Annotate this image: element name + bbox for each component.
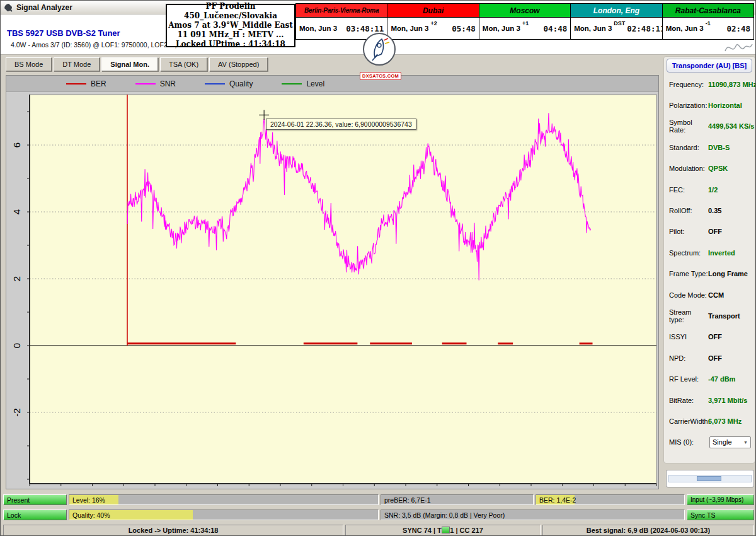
transponder-value: 0.35 bbox=[708, 207, 721, 214]
clock-offset: DST bbox=[614, 20, 625, 26]
clock-time: 02:48:11 bbox=[627, 24, 665, 33]
tab-tsa-ok[interactable]: TSA (OK) bbox=[160, 57, 207, 71]
transponder-label: Spectrum: bbox=[669, 249, 708, 257]
logo-text: DXSATCS.COM bbox=[360, 72, 401, 80]
transponder-value: Horizontal bbox=[708, 102, 742, 109]
site-line-2: Amos 7 at 3.9°W_Middle East bbox=[168, 21, 293, 30]
status-led bbox=[442, 527, 450, 533]
transponder-row-npd: NPD:OFF bbox=[664, 347, 755, 368]
clock-offset: -1 bbox=[706, 20, 711, 26]
clock-time: 04:48 bbox=[544, 24, 568, 33]
chevron-down-icon: ▼ bbox=[743, 440, 748, 445]
transponder-row-polarization: Polarization:Horizontal bbox=[664, 95, 755, 115]
clock-date: Mon, Jun 3 bbox=[299, 25, 337, 32]
transponder-value: 4499,534 KS/s bbox=[708, 122, 754, 130]
horizontal-scrollbar[interactable] bbox=[668, 475, 752, 482]
transponder-panel: Transponder (AU) [BS] Frequency:11090,87… bbox=[663, 56, 755, 463]
dxsatcs-logo: DXSATCS.COM bbox=[360, 32, 399, 80]
legend-item-level: Level bbox=[282, 79, 324, 88]
lock-indicator: Lock bbox=[3, 510, 67, 520]
transponder-row-frame-type: Frame Type:Long Frame bbox=[664, 264, 755, 284]
clock-body: Mon, Jun 3+104:48 bbox=[479, 18, 570, 39]
legend-item-quality: Quality bbox=[205, 79, 253, 88]
signature-graphic bbox=[724, 38, 753, 57]
statusbar-best-signal: Best signal: 6,9 dB (2024-06-03 00:13) bbox=[542, 525, 754, 536]
y-tick-label: 6 bbox=[11, 143, 22, 148]
legend-swatch bbox=[205, 83, 225, 84]
transponder-value: 1/2 bbox=[708, 186, 718, 194]
transponder-value: 3,971 Mbit/s bbox=[708, 397, 747, 404]
transponder-value: DVB-S bbox=[708, 144, 730, 151]
snr-chart: 6420-2 bbox=[6, 76, 660, 490]
legend-label: Quality bbox=[229, 79, 253, 88]
transponder-row-mis-0: MIS (0):Single▼ bbox=[664, 432, 755, 453]
legend-label: Level bbox=[306, 79, 324, 88]
transponder-row-fec: FEC:1/2 bbox=[664, 179, 755, 200]
clock-city: Berlin-Paris-Vienna-Roma bbox=[296, 4, 387, 18]
transponder-label: Polarization: bbox=[669, 102, 708, 109]
y-tick-label: 2 bbox=[11, 276, 22, 281]
tuner-name: TBS 5927 USB DVB-S2 Tuner bbox=[7, 28, 120, 38]
transponder-value: CCM bbox=[708, 291, 724, 299]
transponder-row-rf-level: RF Level:-47 dBm bbox=[664, 368, 755, 389]
legend-label: SNR bbox=[160, 79, 176, 88]
tab-bar: BS ModeDT ModeSignal Mon.TSA (OK)AV (Sto… bbox=[6, 57, 268, 71]
signal-chart-widget: BERSNRQualityLevel 6420-2 2024-06-01 22.… bbox=[6, 75, 659, 489]
mis-dropdown[interactable]: Single▼ bbox=[709, 436, 751, 448]
tab-dt-mode[interactable]: DT Mode bbox=[54, 57, 100, 71]
clock-body: Mon, Jun 3-102:48 bbox=[663, 18, 753, 39]
clock-offset: +1 bbox=[522, 20, 529, 26]
transponder-row-carrierwidth: CarrierWidth:6,073 MHz bbox=[664, 411, 755, 431]
clock-rabat-casablanca: Rabat-CasablancaMon, Jun 3-102:48 bbox=[662, 4, 753, 39]
transponder-row-frequency: Frequency:11090,873 MHz bbox=[664, 74, 755, 95]
aux-listbox bbox=[666, 470, 754, 487]
site-line-3: 11 091 MHz_H : METV ... bbox=[177, 30, 284, 40]
y-tick-label: 4 bbox=[11, 209, 22, 214]
clock-time: 05:48 bbox=[452, 24, 476, 33]
clock-body: Mon, Jun 3+205:48 bbox=[387, 18, 478, 39]
site-line-4: Locked UPtime : 41:34:18 bbox=[176, 40, 285, 49]
y-tick-label: 0 bbox=[11, 343, 22, 348]
clock-city: Dubai bbox=[387, 4, 478, 18]
clock-date: Mon, Jun 3 bbox=[391, 25, 428, 32]
clock-time: 02:48 bbox=[726, 24, 750, 33]
present-indicator: Present bbox=[3, 494, 67, 505]
transponder-value: Inverted bbox=[708, 249, 735, 257]
ber-bar: BER: 1,4E-2 bbox=[536, 494, 685, 505]
syncts-indicator: Sync TS bbox=[687, 510, 754, 520]
clock-date: Mon, Jun 3 bbox=[574, 25, 612, 32]
scrollbar-thumb[interactable] bbox=[697, 476, 721, 481]
tab-bs-mode[interactable]: BS Mode bbox=[6, 57, 52, 71]
rocket-logo-icon bbox=[362, 57, 396, 68]
clock-date: Mon, Jun 3 bbox=[666, 25, 704, 32]
transponder-value: OFF bbox=[708, 354, 722, 362]
transponder-label: Pilot: bbox=[669, 228, 708, 235]
transponder-row-symbol-rate: Symbol Rate:4499,534 KS/s bbox=[664, 116, 755, 137]
clock-moscow: MoscowMon, Jun 3+104:48 bbox=[479, 4, 570, 39]
transponder-row-bitrate: BitRate:3,971 Mbit/s bbox=[664, 390, 755, 411]
transponder-label: MIS (0): bbox=[669, 438, 708, 446]
transponder-row-issyi: ISSYIOFF bbox=[664, 327, 755, 347]
legend-item-ber: BER bbox=[66, 79, 106, 88]
chart-tooltip: 2024-06-01 22.36.36, value: 6,9000000953… bbox=[266, 119, 416, 130]
tab-signal-mon[interactable]: Signal Mon. bbox=[101, 57, 158, 71]
legend-item-snr: SNR bbox=[135, 79, 176, 88]
transponder-row-rolloff: RollOff:0.35 bbox=[664, 200, 755, 221]
transponder-value: Long Frame bbox=[708, 270, 748, 277]
transponder-label: FEC: bbox=[669, 186, 708, 194]
clock-body: Mon, Jun 3DST02:48:11 bbox=[571, 18, 662, 39]
clock-offset: +2 bbox=[430, 20, 437, 26]
transponder-value: OFF bbox=[708, 333, 722, 341]
app-icon bbox=[4, 3, 13, 12]
transponder-label: Frame Type: bbox=[669, 270, 708, 277]
transponder-value: 6,073 MHz bbox=[708, 417, 742, 425]
level-progressbar: Level: 16% bbox=[69, 494, 379, 505]
quality-progressbar: Quality: 40% bbox=[69, 510, 379, 520]
legend-swatch bbox=[135, 83, 156, 84]
legend-label: BER bbox=[91, 79, 106, 88]
transponder-label: Code Mode: bbox=[669, 291, 708, 299]
clock-dubai: DubaiMon, Jun 3+205:48 bbox=[387, 4, 478, 39]
transponder-label: NPD: bbox=[669, 354, 708, 362]
legend-swatch bbox=[66, 83, 86, 84]
tab-av-stopped[interactable]: AV (Stopped) bbox=[209, 57, 268, 71]
